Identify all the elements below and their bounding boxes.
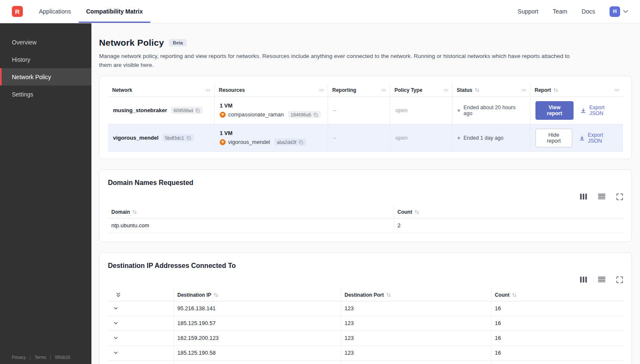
sort-icon[interactable] — [553, 88, 558, 93]
sidebar-item-settings[interactable]: Settings — [0, 85, 91, 103]
sort-icon[interactable] — [512, 292, 517, 298]
column-header-network[interactable]: Network — [108, 84, 215, 97]
nav-right: Support Team Docs H — [518, 0, 628, 23]
column-header-status[interactable]: Status — [452, 84, 530, 97]
build-hash: 5f56b15 — [55, 355, 70, 360]
table-row: 95.216.100.21 123 16 — [108, 361, 623, 364]
table-row: 162.159.200.123 123 16 — [108, 331, 623, 346]
expand-all-header[interactable] — [108, 289, 174, 301]
table-row: 95.216.138.141 123 16 — [108, 301, 623, 316]
port-cell: 123 — [341, 361, 491, 364]
column-header-reporting[interactable]: Reporting — [328, 84, 390, 97]
column-header-resources[interactable]: Resources — [215, 84, 328, 97]
view-report-button[interactable]: View report — [535, 101, 574, 120]
sidebar-item-overview[interactable]: Overview — [0, 33, 91, 51]
table-row: vigorous_mendel 5bdf3dc1 1 VM vigorous_m… — [108, 124, 623, 152]
nav-item-compatibility-matrix[interactable]: Compatibility Matrix — [79, 0, 151, 23]
chevron-down-icon[interactable] — [113, 350, 119, 356]
columns-view-icon[interactable] — [580, 193, 587, 200]
chevron-down-icon[interactable] — [623, 10, 628, 13]
terms-link[interactable]: Terms — [35, 355, 46, 360]
ip-cell: 185.125.190.58 — [174, 346, 341, 360]
column-header-policy-type[interactable]: Policy Type — [390, 84, 452, 97]
column-handle-icon[interactable] — [521, 88, 527, 92]
chevron-down-icon[interactable] — [113, 306, 119, 311]
sidebar-item-network-policy[interactable]: Network Policy — [0, 68, 91, 85]
domain-names-card: Domain Names Requested Domain Count — [99, 169, 632, 242]
copy-icon[interactable] — [313, 112, 318, 117]
sort-icon[interactable] — [474, 88, 480, 93]
resources-cell: 1 VM compassionate_raman 184696a5 — [215, 97, 328, 124]
count-cell: 16 — [491, 331, 623, 345]
column-handle-icon[interactable] — [381, 88, 386, 92]
vm-icon — [220, 112, 226, 118]
status-dot — [458, 109, 460, 112]
column-header-count[interactable]: Count — [491, 289, 623, 301]
nav-link-support[interactable]: Support — [518, 8, 538, 15]
status-dot — [458, 137, 460, 139]
network-policy-card: Network Resources Reporting Policy Type … — [99, 76, 632, 159]
user-menu[interactable]: H — [610, 6, 628, 17]
sidebar: Overview History Network Policy Settings… — [0, 23, 91, 364]
double-chevron-down-icon[interactable] — [111, 292, 121, 298]
export-json-link[interactable]: Export JSON — [579, 132, 618, 144]
vm-icon — [220, 139, 226, 145]
page-title: Network Policy — [99, 38, 164, 48]
column-handle-icon[interactable] — [614, 88, 620, 92]
row-density-icon[interactable] — [598, 276, 605, 283]
report-cell: Hide report Export JSON — [530, 124, 623, 152]
sort-icon[interactable] — [132, 210, 137, 215]
resources-cell: 1 VM vigorous_mendel aba2dd3f — [215, 124, 328, 152]
ip-cell: 162.159.200.123 — [174, 331, 341, 345]
status-cell: Ended 1 day ago — [452, 124, 530, 152]
port-cell: 123 — [341, 331, 491, 345]
network-name: vigorous_mendel — [113, 135, 159, 141]
vm-count: 1 VM — [220, 130, 232, 136]
copy-icon[interactable] — [298, 140, 303, 145]
nav-link-docs[interactable]: Docs — [582, 8, 595, 15]
card-title: Domain Names Requested — [108, 179, 623, 187]
resource-id-badge: aba2dd3f — [274, 138, 306, 146]
export-json-link[interactable]: Export JSON — [580, 105, 618, 116]
column-handle-icon[interactable] — [443, 88, 449, 92]
column-header-count[interactable]: Count — [394, 206, 623, 218]
sidebar-item-history[interactable]: History — [0, 51, 91, 68]
count-cell: 16 — [491, 301, 623, 316]
columns-view-icon[interactable] — [580, 276, 587, 283]
network-cell: vigorous_mendel 5bdf3dc1 — [108, 124, 215, 152]
ips-table: Destination IP Destination Port Count 95… — [108, 289, 623, 364]
avatar[interactable]: H — [610, 6, 620, 17]
fullscreen-icon[interactable] — [616, 193, 623, 200]
nav-item-applications[interactable]: Applications — [31, 0, 79, 23]
nav-link-team[interactable]: Team — [553, 8, 567, 15]
chevron-down-icon[interactable] — [113, 335, 119, 341]
app-logo[interactable]: R — [12, 6, 23, 17]
privacy-link[interactable]: Privacy — [12, 355, 26, 360]
network-id-badge: 5bdf3dc1 — [163, 134, 194, 141]
page-header: Network Policy Beta — [99, 38, 632, 48]
chevron-down-icon[interactable] — [113, 320, 119, 326]
top-nav: R Applications Compatibility Matrix Supp… — [0, 0, 640, 23]
sort-icon[interactable] — [386, 292, 391, 298]
copy-icon[interactable] — [186, 135, 191, 141]
column-handle-icon[interactable] — [319, 88, 324, 92]
resource-id-badge: 184696a5 — [288, 111, 321, 118]
sort-icon[interactable] — [213, 292, 218, 298]
column-handle-icon[interactable] — [205, 88, 211, 92]
hide-report-button[interactable]: Hide report — [535, 129, 572, 147]
table-row: 185.125.190.58 123 16 — [108, 346, 623, 361]
column-header-destination-port[interactable]: Destination Port — [341, 289, 491, 301]
column-header-domain[interactable]: Domain — [108, 206, 394, 218]
fullscreen-icon[interactable] — [616, 276, 623, 283]
count-cell: 16 — [491, 316, 623, 331]
download-icon — [579, 135, 585, 141]
column-header-destination-ip[interactable]: Destination IP — [174, 289, 341, 301]
primary-nav: Applications Compatibility Matrix — [31, 0, 150, 23]
sort-icon[interactable] — [414, 210, 419, 215]
report-cell: View report Export JSON — [530, 97, 623, 124]
policy-type-cell: open — [390, 124, 452, 152]
row-density-icon[interactable] — [598, 193, 605, 200]
column-header-report[interactable]: Report — [530, 84, 623, 97]
reporting-cell: – — [328, 124, 390, 152]
copy-icon[interactable] — [195, 108, 200, 113]
